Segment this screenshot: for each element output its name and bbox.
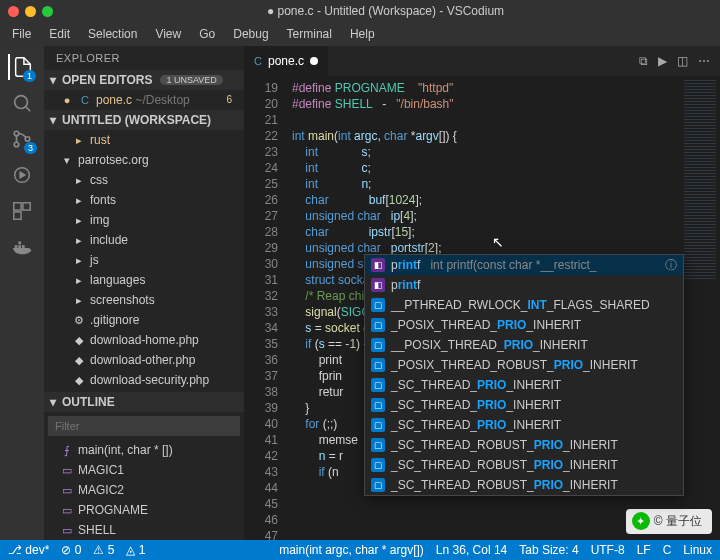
tree-item[interactable]: ▸languages [44,270,244,290]
explorer-icon[interactable]: 1 [8,54,34,80]
tree-item[interactable]: ▸img [44,210,244,230]
suggest-item[interactable]: ▢_SC_THREAD_ROBUST_PRIO_INHERIT [365,475,683,495]
outline-item[interactable]: ▭PROGNAME [44,500,244,520]
indent-status[interactable]: Tab Size: 4 [519,543,578,557]
suggest-item[interactable]: ▢_SC_THREAD_PRIO_INHERIT [365,415,683,435]
cursor-position[interactable]: Ln 36, Col 14 [436,543,507,557]
tree-item[interactable]: ▸css [44,170,244,190]
tree-icon: ◆ [72,331,86,349]
minimize-window-button[interactable] [25,6,36,17]
tree-item[interactable]: ▸fonts [44,190,244,210]
compare-icon[interactable]: ⧉ [639,54,648,68]
menu-file[interactable]: File [4,25,39,43]
suggest-kind-icon: ▢ [371,378,385,392]
symbol-icon: ▭ [60,461,74,479]
tree-item[interactable]: ▸rust [44,130,244,150]
svg-rect-5 [14,203,21,210]
unsaved-badge: 1 UNSAVED [160,75,222,85]
tree-icon: ◆ [72,351,86,369]
menu-terminal[interactable]: Terminal [279,25,340,43]
close-window-button[interactable] [8,6,19,17]
open-editor-item[interactable]: ●Cpone.c ~/Desktop6 [44,90,244,110]
suggest-item[interactable]: ▢__POSIX_THREAD_PRIO_INHERIT [365,335,683,355]
symbol-icon: ▭ [60,481,74,499]
outline-section[interactable]: ▾ OUTLINE [44,392,244,412]
tree-item[interactable]: ▸js [44,250,244,270]
symbol-icon: ⨍ [60,441,74,459]
menu-debug[interactable]: Debug [225,25,276,43]
suggest-item[interactable]: ▢_SC_THREAD_ROBUST_PRIO_INHERIT [365,455,683,475]
extensions-icon[interactable] [9,198,35,224]
tree-icon: ▸ [72,291,86,309]
c-file-icon: C [254,55,262,67]
maximize-window-button[interactable] [42,6,53,17]
outline-item[interactable]: ▭SHELL [44,520,244,540]
tree-item[interactable]: ▸screenshots [44,290,244,310]
menu-go[interactable]: Go [191,25,223,43]
eol-status[interactable]: LF [637,543,651,557]
more-icon[interactable]: ⋯ [698,54,710,68]
outline-item[interactable]: ▭MAGIC2 [44,480,244,500]
outline-item[interactable]: ⨍main(int, char * []) [44,440,244,460]
minimap[interactable] [680,76,720,540]
split-editor-icon[interactable]: ◫ [677,54,688,68]
tree-item[interactable]: ◆download-other.php [44,350,244,370]
language-status[interactable]: C [663,543,672,557]
suggest-item[interactable]: ◧printfint printf(const char *__restrict… [365,255,683,275]
tree-item[interactable]: ⚙.gitignore [44,310,244,330]
dirty-dot-icon: ● [60,91,74,109]
suggest-item[interactable]: ▢_SC_THREAD_PRIO_INHERIT [365,375,683,395]
outline-item[interactable]: ▭MAGIC1 [44,460,244,480]
open-editors-section[interactable]: ▾ OPEN EDITORS 1 UNSAVED [44,70,244,90]
activity-bar: 1 3 [0,46,44,540]
titlebar: ● pone.c - Untitled (Workspace) - VSCodi… [0,0,720,22]
svg-rect-8 [15,245,18,248]
info-icon[interactable]: ⓘ [665,257,677,273]
menu-edit[interactable]: Edit [41,25,78,43]
tree-item[interactable]: ▸include [44,230,244,250]
menu-view[interactable]: View [147,25,189,43]
code-area[interactable]: 1920212223242526272829303132333435363738… [244,76,720,540]
suggest-item[interactable]: ▢__PTHREAD_RWLOCK_INT_FLAGS_SHARED [365,295,683,315]
breadcrumb[interactable]: main(int argc, char * argv[]) [279,543,424,557]
tree-icon: ▸ [72,171,86,189]
info-count[interactable]: ◬ 1 [126,543,145,557]
svg-rect-6 [23,203,30,210]
explorer-badge: 1 [23,70,36,82]
menu-help[interactable]: Help [342,25,383,43]
workspace-section[interactable]: ▾ UNTITLED (WORKSPACE) [44,110,244,130]
tree-icon: ▸ [72,231,86,249]
suggest-item[interactable]: ▢_POSIX_THREAD_ROBUST_PRIO_INHERIT [365,355,683,375]
debug-icon[interactable] [9,162,35,188]
errors-count[interactable]: ⊘ 0 [61,543,81,557]
dirty-indicator-icon [310,57,318,65]
tree-item[interactable]: ◆download-home.php [44,330,244,350]
svg-rect-10 [22,245,25,248]
tree-item[interactable]: ▾parrotsec.org [44,150,244,170]
suggest-item[interactable]: ▢_SC_THREAD_PRIO_INHERIT [365,395,683,415]
suggest-widget[interactable]: ◧printfint printf(const char *__restrict… [364,254,684,496]
run-icon[interactable]: ▶ [658,54,667,68]
warnings-count[interactable]: ⚠ 5 [93,543,114,557]
chevron-down-icon: ▾ [50,113,58,127]
suggest-item[interactable]: ▢_POSIX_THREAD_PRIO_INHERIT [365,315,683,335]
svg-point-3 [25,137,30,142]
suggest-item[interactable]: ▢_SC_THREAD_ROBUST_PRIO_INHERIT [365,435,683,455]
tree-item[interactable]: ◆download-security.php [44,370,244,390]
docker-icon[interactable] [9,234,35,260]
menu-selection[interactable]: Selection [80,25,145,43]
tab-pone-c[interactable]: C pone.c [244,46,329,76]
outline-filter-input[interactable] [48,416,240,436]
os-status[interactable]: Linux [683,543,712,557]
suggest-item[interactable]: ◧printf [365,275,683,295]
encoding-status[interactable]: UTF-8 [591,543,625,557]
scm-icon[interactable]: 3 [9,126,35,152]
sidebar: EXPLORER ▾ OPEN EDITORS 1 UNSAVED ●Cpone… [44,46,244,540]
c-file-icon: C [78,91,92,109]
search-icon[interactable] [9,90,35,116]
chevron-down-icon: ▾ [50,395,58,409]
svg-point-1 [14,131,19,136]
tree-icon: ▾ [60,151,74,169]
git-branch[interactable]: ⎇ dev* [8,543,49,557]
suggest-kind-icon: ▢ [371,358,385,372]
